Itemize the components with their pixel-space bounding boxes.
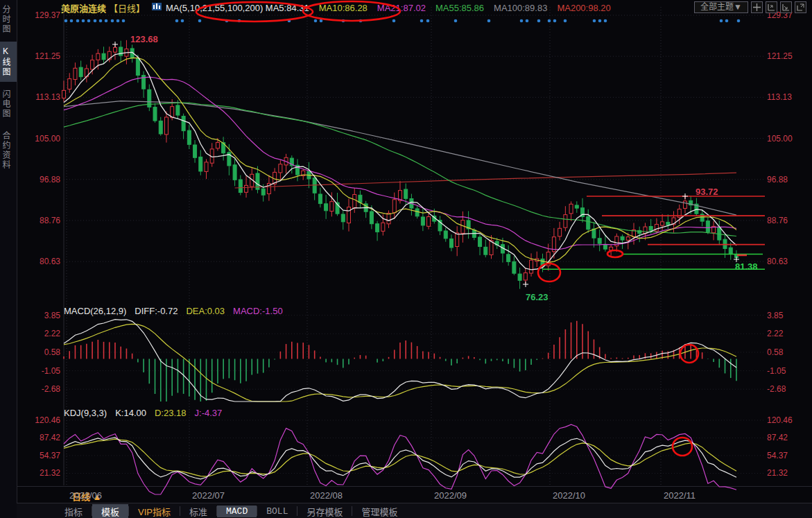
left-sidebar: 分时图 K线图 闪电图 合约资料: [0, 0, 17, 518]
kline-icon: [152, 2, 162, 13]
month-label: 2022/09: [434, 490, 467, 501]
kdj-legend-item-0: KDJ(9,3,3): [64, 408, 107, 418]
main-axis-tick-right: 88.76: [767, 216, 788, 225]
kdj-legend: KDJ(9,3,3)K:14.00D:23.18J:-4.37: [64, 408, 222, 418]
macd-legend-item-3: MACD:-1.50: [233, 306, 283, 316]
kdj-axis-tick-right: 87.42: [767, 433, 788, 442]
macd-axis-tick-left: 2.22: [17, 329, 60, 338]
header-controls: 全部主题▼: [694, 1, 806, 13]
annotation-circle: [607, 250, 623, 257]
kdj-legend-item-3: J:-4.37: [195, 408, 223, 418]
price-label: 93.72: [696, 187, 718, 197]
sidebar-tab-time-chart[interactable]: 分时图: [0, 0, 17, 39]
main-axis-tick-right: 96.88: [767, 175, 788, 184]
theme-select-button[interactable]: 全部主题▼: [694, 1, 748, 13]
instrument-title: 美原油连续: [61, 1, 106, 15]
app-window: 分时图 K线图 闪电图 合约资料 美原油连续 【日线】 MA(5,10,21,5…: [0, 0, 812, 518]
macd-axis-tick-left: -2.68: [17, 384, 60, 394]
ma-legend-item-4: MA100:89.83: [494, 3, 547, 13]
price-label: 76.23: [526, 292, 548, 302]
macd-axis-tick-right: 2.22: [767, 329, 783, 338]
sidebar-tab-kline-chart[interactable]: K线图: [0, 42, 17, 82]
main-axis-tick-right: 105.00: [767, 134, 793, 144]
kdj-axis-tick-left: 21.32: [17, 468, 60, 478]
kdj-axis-tick-left: 54.37: [17, 451, 60, 460]
macd-legend-item-1: DIFF:-0.72: [135, 306, 178, 316]
main-axis-tick-right: 113.13: [767, 92, 792, 102]
month-label: 2022/07: [192, 490, 225, 501]
ma-legend-item-0: MA(5,10,21,55,100,200) MA5:84.31: [166, 3, 309, 13]
x-axis-row: 日线 ▲ 2022/062022/072022/082022/092022/10…: [17, 486, 812, 503]
ma-legend: MA(5,10,21,55,100,200) MA5:84.31MA10:86.…: [166, 3, 611, 13]
kdj-axis-tick-right: 21.32: [767, 468, 788, 478]
pan-icon[interactable]: [751, 1, 763, 13]
main-axis-tick-left: 80.63: [17, 257, 60, 266]
kdj-axis-tick-left: 120.46: [17, 415, 60, 425]
sidebar-tab-contract-info[interactable]: 合约资料: [0, 126, 17, 175]
toolbar-item-templates[interactable]: 模板: [92, 504, 128, 518]
kdj-axis-tick-right: 54.37: [767, 451, 788, 460]
annotation-circle: [538, 264, 560, 282]
main-axis-tick-left: 129.37: [17, 10, 60, 20]
macd-axis-tick-left: 0.58: [17, 347, 60, 357]
chart-header: 美原油连续 【日线】 MA(5,10,21,55,100,200) MA5:84…: [17, 0, 812, 15]
sidebar-tab-lightning-chart[interactable]: 闪电图: [0, 85, 17, 123]
toolbar-item-standard[interactable]: 标准: [180, 504, 216, 518]
macd-axis-tick-right: -1.05: [767, 366, 786, 376]
macd-axis-tick-right: -2.68: [767, 384, 786, 394]
macd-axis-tick-left: -1.05: [17, 366, 60, 376]
kdj-axis-tick-left: 87.42: [17, 433, 60, 442]
price-label: 123.68: [130, 34, 158, 44]
main-axis-tick-right: 121.25: [767, 51, 793, 61]
bottom-toolbar: 指标 模板 VIP指标 标准 MACD BOLL 另存模板 管理模板: [17, 503, 812, 518]
toolbar-item-vip-indicators[interactable]: VIP指标: [129, 504, 180, 518]
main-axis-tick-right: 80.63: [767, 257, 788, 266]
annotation-circle: [680, 345, 698, 363]
annotation-circle: [673, 438, 692, 456]
scale-up-icon[interactable]: [766, 1, 777, 13]
macd-legend-item-0: MACD(26,12,9): [64, 306, 126, 316]
toolbar-item-macd[interactable]: MACD: [217, 506, 257, 517]
macd-axis-tick-left: 3.85: [17, 311, 60, 320]
macd-legend: MACD(26,12,9)DIFF:-0.72DEA:0.03MACD:-1.5…: [64, 306, 283, 316]
kdj-legend-item-2: D:23.18: [155, 408, 187, 418]
period-badge: 【日线】: [109, 1, 145, 15]
macd-axis-tick-right: 0.58: [767, 347, 783, 357]
kdj-legend-item-1: K:14.00: [115, 408, 146, 418]
ma-legend-item-5: MA200:98.20: [557, 3, 610, 13]
main-axis-tick-left: 105.00: [17, 134, 60, 144]
macd-legend-item-2: DEA:0.03: [186, 306, 225, 316]
month-label: 2022/11: [664, 490, 696, 501]
chart-canvas[interactable]: 123.6893.7276.2381.38: [0, 0, 812, 518]
scale-right-icon[interactable]: [780, 1, 792, 13]
main-axis-tick-left: 113.13: [17, 92, 60, 102]
price-label: 81.38: [735, 261, 758, 272]
pop-out-icon[interactable]: [795, 1, 806, 13]
toolbar-item-indicators[interactable]: 指标: [55, 504, 92, 518]
month-label: 2022/08: [310, 490, 343, 501]
main-axis-tick-left: 121.25: [17, 51, 60, 61]
main-axis-tick-left: 88.76: [17, 216, 60, 225]
kdj-axis-tick-right: 120.46: [767, 415, 793, 425]
month-label: 2022/10: [553, 490, 585, 501]
toolbar-item-boll[interactable]: BOLL: [257, 506, 297, 517]
ma-legend-item-1: MA10:86.28: [319, 3, 368, 13]
ma-legend-item-2: MA21:87.02: [377, 3, 426, 13]
macd-axis-tick-right: 3.85: [767, 311, 783, 320]
ma-legend-item-3: MA55:85.86: [435, 3, 484, 13]
main-axis-tick-left: 96.88: [17, 175, 60, 184]
toolbar-item-manage-templates[interactable]: 管理模板: [352, 504, 406, 518]
month-label: 2022/06: [69, 490, 102, 501]
toolbar-item-save-template[interactable]: 另存模板: [297, 504, 352, 518]
